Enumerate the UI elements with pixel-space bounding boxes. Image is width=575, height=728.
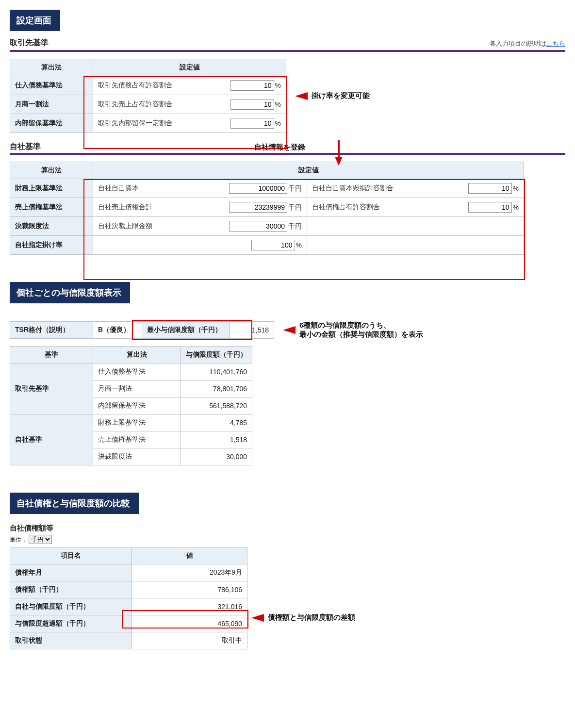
help-prefix: 各入力項目の説明は [490, 40, 546, 47]
row-method: 売上債権基準法 [10, 198, 93, 217]
method-cell: 決裁限度法 [93, 448, 181, 465]
tsr-table: TSR格付（説明） B（優良） 最小与信限度額（千円） 1,518 [10, 321, 274, 339]
rate-input[interactable] [468, 183, 512, 194]
amount-input[interactable] [229, 183, 287, 194]
section-header-credit-label: 個社ごとの与信限度額表示 [16, 288, 121, 298]
setting-label: 取引先債務占有許容割合 [98, 81, 226, 90]
section-header-settings-label: 設定画面 [16, 16, 51, 25]
setting-cell: 自社自己資本 千円 [93, 179, 307, 198]
unit: % [275, 82, 281, 89]
unit: % [513, 203, 519, 211]
divider [10, 153, 565, 155]
setting-cell: 取引先内部留保一定割合 % [93, 114, 286, 133]
item-name: 債権年月 [10, 564, 132, 581]
table-row: 取引状態 取引中 [10, 632, 247, 649]
amount-input[interactable] [229, 202, 287, 213]
annotation-arrow: 6種類の与信限度額のうち、 最小の金額（推奨与信限度額）を表示 [283, 321, 423, 339]
subheading-receivables: 自社債権額等 [10, 524, 565, 533]
table-row: 月商一割法 取引先売上占有許容割合 % [10, 95, 286, 114]
setting-cell: 自社決裁上限金額 千円 [93, 217, 307, 236]
group-partner: 取引先基準 [10, 364, 93, 414]
setting-label: 自社債権占有許容割合 [312, 203, 463, 212]
setting-label: 取引先売上占有許容割合 [98, 100, 226, 109]
row-method: 内部留保基準法 [10, 114, 93, 133]
method-cell: 財務上限基準法 [93, 414, 181, 431]
own-settings-table: 算出法 設定値 財務上限基準法 自社自己資本 千円 自社自己資本毀損許容割合 %… [10, 162, 524, 255]
help-text: 各入力項目の説明はこちら [490, 39, 565, 48]
col-standard: 基準 [10, 347, 93, 364]
row-method: 月商一割法 [10, 95, 93, 114]
item-value: 2023年9月 [132, 564, 247, 581]
tsr-label-cell: TSR格付（説明） [10, 322, 93, 339]
col-method: 算出法 [10, 59, 93, 76]
setting-cell: 取引先債務占有許容割合 % [93, 76, 286, 95]
rate-input[interactable] [468, 202, 512, 213]
divider [10, 50, 565, 52]
table-row: 財務上限基準法 自社自己資本 千円 自社自己資本毀損許容割合 % [10, 179, 524, 198]
limit-cell: 1,518 [181, 431, 252, 448]
setting-cell: 取引先売上占有許容割合 % [93, 95, 286, 114]
help-link[interactable]: こちら [546, 40, 565, 47]
setting-cell: % [93, 236, 307, 255]
col-item-name: 項目名 [10, 547, 132, 564]
rate-input[interactable] [230, 99, 274, 110]
table-row: 自社与信限度額（千円） 321,016 [10, 598, 247, 615]
unit: 千円 [288, 222, 302, 230]
setting-label: 自社決裁上限金額 [98, 222, 224, 231]
method-cell: 月商一割法 [93, 381, 181, 397]
limit-cell: 30,000 [181, 448, 252, 465]
receivables-table: 項目名 値 債権年月 2023年9月 債権額（千円） 786,106 自社与信限… [10, 547, 247, 649]
section-header-credit: 個社ごとの与信限度額表示 [10, 282, 130, 303]
subheading-own: 自社基準 [10, 142, 41, 152]
table-row: 売上債権基準法 自社売上債権合計 千円 自社債権占有許容割合 % [10, 198, 524, 217]
annotation-arrow: 債権額と与信限度額の差額 [251, 613, 355, 622]
unit-select[interactable]: 千円 [29, 535, 52, 544]
setting-label: 取引先内部留保一定割合 [98, 119, 226, 128]
section-header-comparison-label: 自社債権と与信限度額の比較 [16, 498, 130, 508]
setting-cell: 自社売上債権合計 千円 [93, 198, 307, 217]
setting-label: 自社売上債権合計 [98, 203, 224, 212]
limit-cell: 110,401,760 [181, 364, 252, 381]
table-row: 仕入債務基準法 取引先債務占有許容割合 % [10, 76, 286, 95]
unit: 千円 [288, 184, 302, 192]
section-header-settings: 設定画面 [10, 10, 60, 31]
section-header-comparison: 自社債権と与信限度額の比較 [10, 493, 139, 514]
row-method: 決裁限度法 [10, 217, 93, 236]
table-row: 内部留保基準法 取引先内部留保一定割合 % [10, 114, 286, 133]
limit-cell: 4,785 [181, 414, 252, 431]
credit-limit-table: 基準 算出法 与信限度額（千円） 取引先基準 仕入債務基準法 110,401,7… [10, 346, 252, 465]
item-value: 786,106 [132, 581, 247, 598]
unit: % [513, 184, 519, 192]
method-cell: 仕入債務基準法 [93, 364, 181, 381]
annotation-arrow: 掛け率を変更可能 [295, 91, 370, 100]
limit-cell: 561,588,720 [181, 397, 252, 414]
item-value: 321,016 [132, 598, 247, 615]
amount-input[interactable] [229, 221, 287, 232]
table-row: 決裁限度法 自社決裁上限金額 千円 [10, 217, 524, 236]
table-row: 取引先基準 仕入債務基準法 110,401,760 [10, 364, 252, 381]
unit: % [275, 119, 281, 127]
method-cell: 売上債権基準法 [93, 431, 181, 448]
rate-input[interactable] [230, 118, 274, 129]
col-setting: 設定値 [93, 162, 524, 179]
col-limit: 与信限度額（千円） [181, 347, 252, 364]
row-method: 自社指定掛け率 [10, 236, 93, 255]
setting-label: 自社自己資本 [98, 184, 224, 193]
rate-input[interactable] [251, 240, 295, 250]
unit-prefix: 単位： [10, 536, 27, 543]
subheading-partner: 取引先基準 [10, 38, 49, 48]
item-value: 465,090 [132, 615, 247, 632]
rate-input[interactable] [230, 80, 274, 91]
item-name: 取引状態 [10, 632, 132, 649]
setting-cell: 自社自己資本毀損許容割合 % [307, 179, 524, 198]
setting-cell [307, 236, 524, 255]
item-name: 債権額（千円） [10, 581, 132, 598]
row-method: 財務上限基準法 [10, 179, 93, 198]
unit: % [296, 241, 302, 249]
table-row: 自社基準 財務上限基準法 4,785 [10, 414, 252, 431]
col-method: 算出法 [10, 162, 93, 179]
unit-row: 単位： 千円 [10, 535, 565, 544]
annotation-text: 6種類の与信限度額のうち、 [299, 321, 423, 330]
table-row: 債権額（千円） 786,106 [10, 581, 247, 598]
limit-cell: 78,801,706 [181, 381, 252, 397]
